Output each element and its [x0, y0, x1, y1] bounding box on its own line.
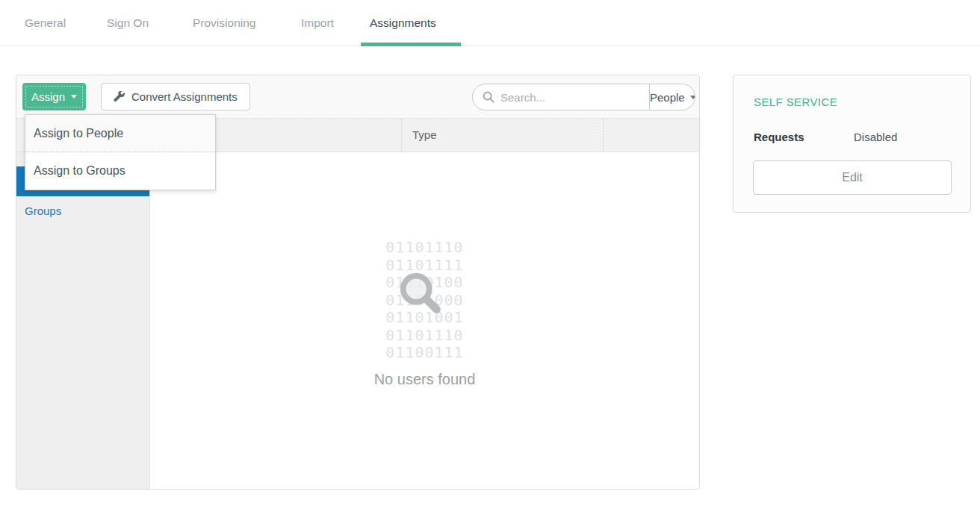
column-divider — [603, 119, 604, 152]
wrench-icon — [114, 91, 125, 102]
tab-import[interactable]: Import — [301, 16, 334, 30]
search-icon — [483, 91, 494, 103]
assign-button-label: Assign — [31, 90, 65, 103]
assignments-empty-state: 01101110 01101111 01110100 01101000 0110… — [150, 152, 699, 489]
convert-assignments-label: Convert Assignments — [131, 90, 238, 103]
search-filter-value: People — [650, 91, 685, 104]
tab-general[interactable]: General — [25, 16, 66, 30]
tab-provisioning[interactable]: Provisioning — [193, 16, 255, 30]
self-service-panel: SELF SERVICE Requests Disabled Edit — [733, 75, 971, 213]
binary-art: 01101110 01101111 01110100 01101000 0110… — [150, 152, 699, 362]
search-bar: People — [472, 84, 695, 110]
tab-sign-on[interactable]: Sign On — [107, 16, 149, 30]
assignments-panel: Assign Convert Assignments — [16, 75, 700, 490]
assign-dropdown-menu: Assign to People Assign to Groups — [25, 114, 216, 190]
column-divider — [401, 119, 402, 152]
binary-line: 01100111 — [150, 344, 699, 362]
assignments-toolbar: Assign Convert Assignments — [16, 75, 699, 118]
chevron-down-icon — [690, 96, 695, 99]
convert-assignments-button[interactable]: Convert Assignments — [101, 83, 250, 110]
type-column-header: Type — [412, 119, 437, 152]
tab-assignments[interactable]: Assignments — [370, 16, 436, 30]
assign-button[interactable]: Assign — [22, 83, 86, 110]
chevron-down-icon — [71, 95, 77, 99]
edit-button[interactable]: Edit — [753, 160, 952, 195]
magnifier-icon — [396, 269, 447, 322]
app-tab-bar: General Sign On Provisioning Import Assi… — [0, 0, 980, 46]
search-input[interactable] — [500, 91, 649, 104]
self-service-title: SELF SERVICE — [754, 96, 837, 108]
empty-state-message: No users found — [150, 371, 699, 388]
search-filter-dropdown[interactable]: People — [649, 84, 695, 110]
binary-line: 01101110 — [150, 327, 699, 345]
requests-label: Requests — [754, 131, 804, 143]
binary-line: 01101110 — [150, 239, 699, 257]
tab-bar-divider — [0, 46, 980, 46]
sidebar-item-groups[interactable]: Groups — [16, 196, 149, 226]
search-segment — [473, 84, 649, 110]
active-tab-underline — [361, 43, 461, 46]
requests-status-value: Disabled — [854, 131, 897, 143]
menu-item-assign-to-groups[interactable]: Assign to Groups — [25, 152, 215, 190]
menu-item-assign-to-people[interactable]: Assign to People — [25, 115, 215, 152]
assignments-sidebar: People Groups — [16, 152, 150, 489]
